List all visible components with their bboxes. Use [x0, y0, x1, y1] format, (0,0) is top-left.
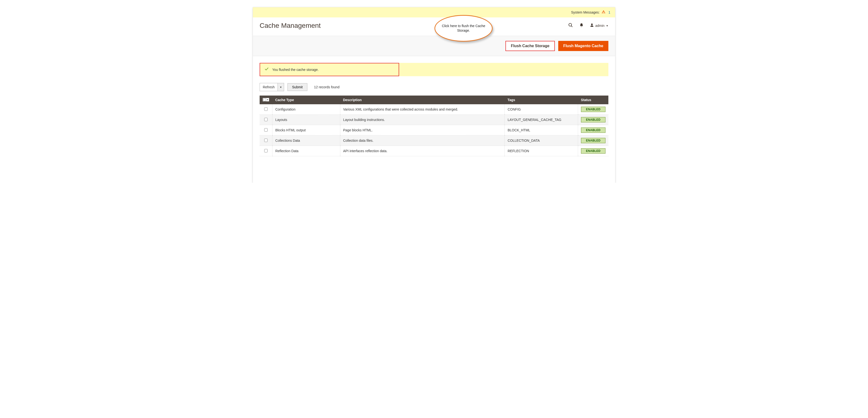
notifications-icon[interactable]: [579, 23, 584, 29]
mass-action-select[interactable]: Refresh ▼: [259, 83, 284, 91]
column-header-description[interactable]: Description: [340, 96, 504, 104]
cell-status: ENABLED: [578, 135, 609, 146]
row-checkbox[interactable]: [264, 149, 268, 152]
select-all-header[interactable]: ▼: [259, 96, 272, 104]
cell-description: Page blocks HTML.: [340, 125, 504, 135]
column-header-tags[interactable]: Tags: [505, 96, 578, 104]
cell-cache-type: Layouts: [272, 115, 340, 125]
status-badge: ENABLED: [581, 107, 606, 112]
status-badge: ENABLED: [581, 117, 606, 123]
chevron-down-icon: ▼: [278, 83, 284, 91]
table-row: Reflection DataAPI interfaces reflection…: [259, 146, 609, 156]
records-found-text: 12 records found: [314, 85, 340, 89]
grid-controls: Refresh ▼ Submit 12 records found: [259, 83, 609, 91]
cell-description: Layout building instructions.: [340, 115, 504, 125]
cell-status: ENABLED: [578, 104, 609, 115]
search-icon[interactable]: [568, 23, 573, 29]
page-header: Cache Management admin ▼: [259, 18, 609, 31]
table-row: ConfigurationVarious XML configurations …: [259, 104, 609, 115]
status-badge: ENABLED: [581, 138, 606, 143]
column-header-cache-type[interactable]: Cache Type: [272, 96, 340, 104]
admin-username: admin: [595, 24, 604, 28]
status-badge: ENABLED: [581, 148, 606, 153]
cell-tags: REFLECTION: [505, 146, 578, 156]
cell-tags: LAYOUT_GENERAL_CACHE_TAG: [505, 115, 578, 125]
cache-types-table: ▼ Cache Type Description Tags Status Con…: [259, 96, 609, 156]
cell-tags: CONFIG: [505, 104, 578, 115]
cell-cache-type: Configuration: [272, 104, 340, 115]
cell-description: API interfaces reflection data.: [340, 146, 504, 156]
column-header-status[interactable]: Status: [578, 96, 609, 104]
flush-cache-storage-button[interactable]: Flush Cache Storage: [505, 41, 555, 51]
system-messages-count[interactable]: 1: [609, 10, 610, 14]
row-checkbox[interactable]: [264, 107, 268, 111]
svg-line-1: [571, 26, 572, 27]
header-tools: admin ▼: [568, 23, 609, 29]
table-row: Blocks HTML outputPage blocks HTML.BLOCK…: [259, 125, 609, 135]
success-message-text: You flushed the cache storage.: [272, 68, 319, 72]
cell-description: Various XML configurations that were col…: [340, 104, 504, 115]
page-title: Cache Management: [259, 22, 321, 30]
cell-description: Collection data files.: [340, 135, 504, 146]
cell-cache-type: Collections Data: [272, 135, 340, 146]
warning-icon[interactable]: [601, 10, 606, 15]
row-checkbox[interactable]: [264, 128, 268, 132]
cell-status: ENABLED: [578, 115, 609, 125]
system-messages-bar: System Messages: 1: [253, 7, 615, 18]
cell-cache-type: Blocks HTML output: [272, 125, 340, 135]
table-row: Collections DataCollection data files.CO…: [259, 135, 609, 146]
success-message-highlight: You flushed the cache storage.: [259, 63, 399, 76]
status-badge: ENABLED: [581, 128, 606, 133]
chevron-down-icon: ▼: [606, 25, 609, 27]
cell-tags: COLLECTION_DATA: [505, 135, 578, 146]
mass-action-selected: Refresh: [260, 83, 278, 91]
cell-status: ENABLED: [578, 125, 609, 135]
success-message-banner: You flushed the cache storage.: [259, 63, 609, 76]
admin-account-menu[interactable]: admin ▼: [590, 23, 609, 28]
flush-magento-cache-button[interactable]: Flush Magento Cache: [558, 41, 609, 51]
page-actions-bar: Flush Cache Storage Flush Magento Cache: [253, 36, 615, 56]
cell-status: ENABLED: [578, 146, 609, 156]
submit-button[interactable]: Submit: [287, 83, 307, 91]
cell-cache-type: Reflection Data: [272, 146, 340, 156]
row-checkbox[interactable]: [264, 139, 268, 142]
cell-tags: BLOCK_HTML: [505, 125, 578, 135]
system-messages-label: System Messages:: [571, 10, 600, 14]
check-icon: [265, 67, 269, 72]
user-icon: [590, 23, 594, 28]
row-checkbox[interactable]: [264, 118, 268, 121]
svg-point-0: [569, 23, 571, 26]
table-row: LayoutsLayout building instructions.LAYO…: [259, 115, 609, 125]
